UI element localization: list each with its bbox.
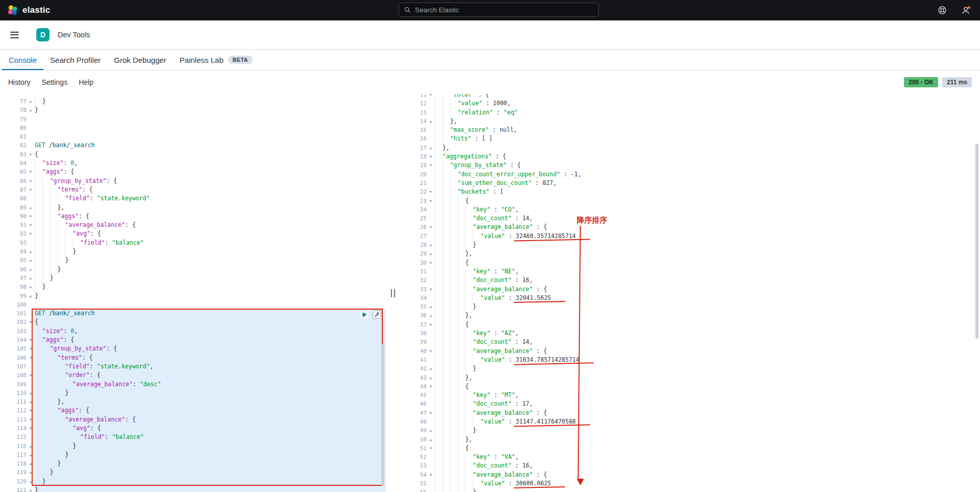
editor-line[interactable]: 110▴} — [4, 389, 386, 397]
tab-search-profiler[interactable]: Search Profiler — [43, 50, 107, 70]
fold-toggle-icon[interactable]: ▴ — [427, 311, 435, 320]
menu-icon[interactable] — [8, 30, 21, 40]
editor-line[interactable]: 112▾"aggs": { — [4, 406, 386, 415]
help-icon[interactable] — [938, 6, 947, 15]
editor-line[interactable]: 88"field": "state.keyword" — [4, 194, 386, 203]
fold-toggle-icon[interactable]: ▾ — [27, 168, 35, 176]
editor-line[interactable]: 80 — [4, 124, 386, 132]
editor-line[interactable]: 91▾"average_balance": { — [4, 221, 386, 229]
editor-line[interactable]: 114▾"avg": { — [4, 424, 386, 433]
editor-line[interactable]: 108▾"order": { — [4, 371, 386, 380]
fold-toggle-icon[interactable]: ▾ — [427, 382, 435, 391]
fold-toggle-icon[interactable]: ▾ — [27, 424, 35, 433]
fold-toggle-icon[interactable]: ▴ — [427, 364, 435, 373]
editor-line[interactable]: 106▾"terms": { — [4, 354, 386, 362]
tab-grok-debugger[interactable]: Grok Debugger — [107, 50, 173, 70]
editor-line[interactable]: 103"size": 0, — [4, 327, 386, 336]
tab-console[interactable]: Console — [2, 50, 43, 70]
fold-toggle-icon[interactable]: ▾ — [27, 318, 35, 326]
editor-line[interactable]: 90▾"aggs": { — [4, 212, 386, 221]
editor-line[interactable]: 105▾"group_by_state": { — [4, 344, 386, 353]
fold-toggle-icon[interactable]: ▾ — [27, 371, 35, 380]
editor-line[interactable]: 111▴}, — [4, 397, 386, 406]
editor-line[interactable]: 113▾"average_balance": { — [4, 415, 386, 424]
fold-toggle-icon[interactable]: ▾ — [27, 415, 35, 424]
fold-toggle-icon[interactable]: ▾ — [427, 285, 435, 294]
space-avatar[interactable]: D — [36, 28, 50, 41]
editor-line[interactable]: 109"average_balance": "desc" — [4, 380, 386, 389]
fold-toggle-icon[interactable]: ▴ — [27, 283, 35, 291]
editor-line[interactable]: 102▾{ — [4, 318, 386, 326]
request-options-button[interactable] — [373, 310, 381, 319]
editor-line[interactable]: 84"size": 0, — [4, 159, 386, 168]
editor-line[interactable]: 120▴} — [4, 477, 386, 486]
elastic-logo[interactable]: elastic — [7, 5, 50, 16]
editor-line[interactable]: 101GET /bank/_search — [4, 309, 386, 318]
editor-line[interactable]: 89▴}, — [4, 203, 386, 212]
editor-line[interactable]: 77▴} — [4, 97, 386, 106]
fold-toggle-icon[interactable]: ▴ — [27, 203, 35, 212]
editor-line[interactable]: 118▴} — [4, 459, 386, 468]
request-editor[interactable]: 77▴}78▴}79808182GET /bank/_search83▾{84"… — [0, 94, 386, 492]
alerts-user-icon[interactable] — [961, 6, 971, 15]
fold-toggle-icon[interactable]: ▾ — [27, 229, 35, 238]
fold-toggle-icon[interactable]: ▾ — [427, 347, 435, 356]
editor-line[interactable]: 85▾"aggs": { — [4, 168, 386, 176]
fold-toggle-icon[interactable]: ▾ — [427, 188, 435, 196]
editor-line[interactable]: 104▾"aggs": { — [4, 336, 386, 344]
console-menu-settings[interactable]: Settings — [42, 78, 68, 86]
fold-toggle-icon[interactable]: ▴ — [427, 373, 435, 382]
search-input[interactable]: Search Elastic — [399, 3, 599, 17]
fold-toggle-icon[interactable]: ▴ — [427, 426, 435, 435]
send-request-button[interactable] — [360, 311, 369, 319]
fold-toggle-icon[interactable]: ▾ — [27, 336, 35, 344]
fold-toggle-icon[interactable]: ▴ — [427, 435, 435, 444]
fold-toggle-icon[interactable]: ▴ — [27, 451, 35, 459]
fold-toggle-icon[interactable]: ▾ — [27, 354, 35, 362]
fold-toggle-icon[interactable]: ▴ — [27, 265, 35, 274]
fold-toggle-icon[interactable]: ▴ — [27, 477, 35, 486]
editor-line[interactable]: 98▴} — [4, 283, 386, 291]
fold-toggle-icon[interactable]: ▴ — [427, 488, 435, 492]
fold-toggle-icon[interactable]: ▴ — [27, 292, 35, 300]
editor-line[interactable]: 115"field": "balance" — [4, 433, 386, 441]
editor-line[interactable]: 116▴} — [4, 442, 386, 451]
fold-toggle-icon[interactable]: ▴ — [427, 117, 435, 126]
fold-toggle-icon[interactable]: ▾ — [27, 344, 35, 353]
fold-toggle-icon[interactable]: ▴ — [427, 241, 435, 249]
fold-toggle-icon[interactable]: ▾ — [427, 444, 435, 453]
editor-line[interactable]: 117▴} — [4, 451, 386, 459]
fold-toggle-icon[interactable]: ▾ — [27, 221, 35, 229]
fold-toggle-icon[interactable]: ▾ — [27, 177, 35, 185]
editor-line[interactable]: 92▾"avg": { — [4, 229, 386, 238]
fold-toggle-icon[interactable]: ▾ — [427, 161, 435, 170]
editor-line[interactable]: 87▾"terms": { — [4, 185, 386, 194]
editor-line[interactable]: 81 — [4, 132, 386, 141]
panel-resizer[interactable] — [386, 94, 400, 492]
fold-toggle-icon[interactable]: ▾ — [27, 185, 35, 194]
editor-line[interactable]: 93"field": "balance" — [4, 239, 386, 247]
fold-toggle-icon[interactable]: ▾ — [427, 471, 435, 479]
editor-line[interactable]: 82GET /bank/_search — [4, 141, 386, 150]
fold-toggle-icon[interactable]: ▴ — [27, 397, 35, 406]
editor-line[interactable]: 83▾{ — [4, 150, 386, 159]
fold-toggle-icon[interactable]: ▴ — [27, 442, 35, 451]
editor-line[interactable]: 119▴} — [4, 468, 386, 477]
fold-toggle-icon[interactable]: ▴ — [27, 274, 35, 283]
fold-toggle-icon[interactable]: ▾ — [427, 152, 435, 161]
console-menu-history[interactable]: History — [8, 78, 31, 86]
editor-line[interactable]: 94▴} — [4, 247, 386, 256]
editor-line[interactable]: 100 — [4, 300, 386, 309]
response-scrollbar[interactable] — [975, 144, 978, 339]
fold-toggle-icon[interactable]: ▴ — [27, 247, 35, 256]
fold-toggle-icon[interactable]: ▴ — [27, 468, 35, 477]
editor-line[interactable]: 86▾"group_by_state": { — [4, 177, 386, 185]
fold-toggle-icon[interactable]: ▴ — [27, 106, 35, 114]
fold-toggle-icon[interactable]: ▾ — [27, 212, 35, 221]
editor-line[interactable]: 97▴} — [4, 274, 386, 283]
fold-toggle-icon[interactable]: ▾ — [27, 150, 35, 159]
console-menu-help[interactable]: Help — [79, 78, 93, 86]
editor-line[interactable]: 107"field": "state.keyword", — [4, 362, 386, 371]
fold-toggle-icon[interactable]: ▴ — [27, 97, 35, 106]
fold-toggle-icon[interactable]: ▾ — [427, 223, 435, 231]
